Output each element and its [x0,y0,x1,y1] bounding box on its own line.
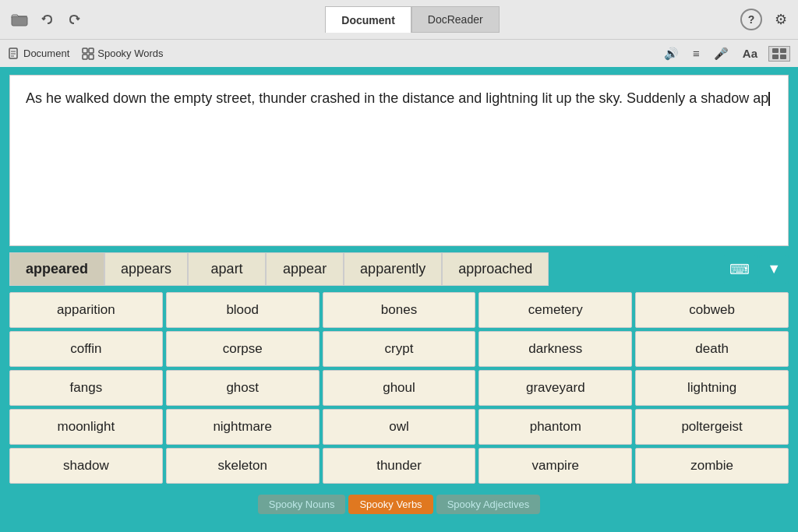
autocomplete-appear[interactable]: appear [266,252,344,286]
document-label: Document [23,48,69,59]
undo-icon[interactable] [37,9,58,30]
tab-spooky-verbs[interactable]: Spooky Verbs [348,495,433,514]
help-icon[interactable]: ? [740,9,762,30]
word-vampire[interactable]: vampire [478,448,632,484]
word-crypt[interactable]: crypt [323,331,476,367]
document-area[interactable]: As he walked down the empty street, thun… [9,75,789,246]
svg-rect-11 [772,55,779,59]
word-thunder[interactable]: thunder [323,448,476,484]
dropdown-btn[interactable]: ▼ [759,255,789,284]
word-skeleton[interactable]: skeleton [166,448,320,484]
autocomplete-appeared[interactable]: appeared [9,252,104,286]
spooky-words-label: Spooky Words [97,48,163,59]
word-nightmare[interactable]: nightmare [166,409,320,445]
settings-icon[interactable]: ⚙ [772,8,790,31]
autocomplete-actions: ⌨ ▼ [722,255,789,284]
tab-docreader[interactable]: DocReader [411,6,500,33]
keyboard-toggle-btn[interactable]: ⌨ [722,255,757,284]
svg-rect-7 [83,55,87,59]
word-coffin[interactable]: coffin [9,331,163,367]
word-owl[interactable]: owl [323,409,476,445]
word-cobweb[interactable]: cobweb [635,292,789,328]
document-icon [8,48,20,60]
grid-view-icon[interactable] [768,46,790,62]
font-icon[interactable]: Aa [740,44,761,63]
svg-rect-0 [12,16,27,26]
word-ghost[interactable]: ghost [166,370,320,406]
top-bar-right: ? ⚙ [740,8,790,31]
word-zombie[interactable]: zombie [635,448,789,484]
top-bar: Document DocReader ? ⚙ [0,0,798,39]
word-phantom[interactable]: phantom [478,409,632,445]
text-cursor [768,92,770,106]
word-graveyard[interactable]: graveyard [478,370,632,406]
autocomplete-apart[interactable]: apart [188,252,266,286]
grid-icon [82,48,94,60]
tab-spooky-nouns[interactable]: Spooky Nouns [258,495,346,514]
word-darkness[interactable]: darkness [478,331,632,367]
redo-icon[interactable] [64,9,84,30]
tab-spooky-adjectives[interactable]: Spooky Adjectives [436,495,541,514]
autocomplete-row: appeared appears apart appear apparently… [9,252,789,286]
word-bones[interactable]: bones [323,292,476,328]
word-ghoul[interactable]: ghoul [323,370,476,406]
word-shadow[interactable]: shadow [9,448,163,484]
speaker-icon[interactable]: 🔊 [661,44,682,64]
tabs-center: Document DocReader [92,6,733,33]
mic-icon[interactable]: 🎤 [711,44,732,64]
autocomplete-appears[interactable]: appears [104,252,188,286]
svg-rect-6 [89,48,94,53]
folder-icon[interactable] [8,9,31,30]
document-nav-item[interactable]: Document [8,48,69,60]
word-blood[interactable]: blood [166,292,320,328]
word-grid: apparition blood bones cemetery cobweb c… [9,292,789,484]
tab-document[interactable]: Document [325,6,411,33]
autocomplete-apparently[interactable]: apparently [344,252,442,286]
word-fangs[interactable]: fangs [9,370,163,406]
second-bar-tools: 🔊 ≡ 🎤 Aa [661,44,790,64]
document-text: As he walked down the empty street, thun… [26,90,768,106]
top-bar-left [8,9,84,30]
word-cemetery[interactable]: cemetery [478,292,632,328]
word-moonlight[interactable]: moonlight [9,409,163,445]
word-corpse[interactable]: corpse [166,331,320,367]
word-apparition[interactable]: apparition [9,292,163,328]
category-tabs: Spooky Nouns Spooky Verbs Spooky Adjecti… [9,490,789,517]
svg-rect-5 [83,48,87,53]
autocomplete-approached[interactable]: approached [442,252,549,286]
list-icon[interactable]: ≡ [690,44,703,63]
svg-rect-12 [780,55,786,59]
svg-rect-9 [772,48,779,53]
svg-rect-10 [780,48,786,53]
word-death[interactable]: death [635,331,789,367]
spooky-words-nav-item[interactable]: Spooky Words [82,48,163,60]
svg-rect-8 [89,55,94,59]
second-bar: Document Spooky Words 🔊 ≡ 🎤 Aa [0,39,798,67]
word-poltergeist[interactable]: poltergeist [635,409,789,445]
main-area: As he walked down the empty street, thun… [0,67,798,532]
word-lightning[interactable]: lightning [635,370,789,406]
